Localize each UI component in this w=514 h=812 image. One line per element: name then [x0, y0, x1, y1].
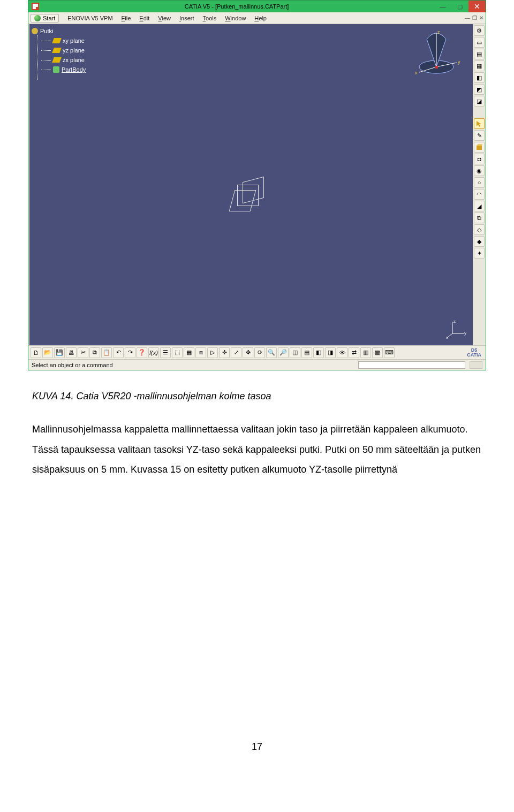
tool-icon[interactable]: ⩥ — [207, 347, 218, 358]
tool-icon[interactable]: ☰ — [160, 347, 171, 358]
shaft-icon[interactable]: ◉ — [474, 165, 485, 176]
svg-rect-4 — [435, 66, 438, 69]
part-icon — [32, 28, 38, 34]
axis-icon[interactable]: ✛ — [219, 347, 230, 358]
tree-xy-label: xy plane — [63, 37, 85, 44]
menubar: Start ENOVIA V5 VPM File Edit View Inser… — [28, 12, 486, 24]
tool-icon[interactable]: ◪ — [474, 96, 485, 107]
tool-icon[interactable]: ▤ — [474, 49, 485, 59]
tree-xy-plane[interactable]: xy plane — [41, 36, 86, 45]
minimize-button[interactable]: — — [434, 1, 451, 12]
left-toolbar-strip — [28, 24, 29, 345]
mdi-minimize-icon[interactable]: — — [465, 15, 470, 21]
undo-icon[interactable]: ↶ — [113, 347, 124, 358]
tool-icon[interactable]: ◩ — [474, 84, 485, 95]
normal-view-icon[interactable]: ◫ — [290, 347, 300, 358]
new-icon[interactable]: 🗋 — [31, 347, 41, 358]
multi-view-icon[interactable]: ▤ — [301, 347, 312, 358]
shading-icon[interactable]: ◨ — [325, 347, 336, 358]
page-number: 17 — [32, 737, 482, 757]
pan-icon[interactable]: ✥ — [243, 347, 253, 358]
gear-icon[interactable]: ⚙ — [474, 25, 485, 36]
tree-root[interactable]: Putki — [32, 26, 86, 36]
svg-text:y: y — [464, 331, 466, 336]
start-label: Start — [43, 15, 55, 21]
menu-enovia[interactable]: ENOVIA V5 VPM — [63, 15, 117, 21]
redo-icon[interactable]: ↷ — [125, 347, 135, 358]
statusbar: Select an object or a command — [28, 359, 486, 370]
window-title: CATIA V5 - [Putken_mallinnus.CATPart] — [39, 3, 434, 10]
whatsthis-icon[interactable]: ❓ — [137, 347, 147, 358]
svg-text:z: z — [453, 319, 456, 324]
formula-icon[interactable]: f(x) — [148, 347, 159, 358]
menu-view[interactable]: View — [154, 15, 175, 21]
tree-partbody[interactable]: PartBody — [41, 65, 86, 74]
cut-icon[interactable]: ✂ — [78, 347, 88, 358]
compass[interactable]: z y x — [411, 29, 464, 78]
tool-icon[interactable]: ⧈ — [195, 347, 206, 358]
tool-icon[interactable]: ⬚ — [172, 347, 183, 358]
svg-rect-11 — [477, 146, 482, 150]
fillet-icon[interactable]: ◠ — [474, 189, 485, 200]
tree-yz-plane[interactable]: yz plane — [41, 45, 86, 55]
maximize-button[interactable]: ▢ — [451, 1, 468, 12]
mdi-restore-icon[interactable]: ❐ — [472, 15, 477, 21]
rotate-icon[interactable]: ⟳ — [254, 347, 265, 358]
swap-icon[interactable]: ⇄ — [349, 347, 359, 358]
menu-edit[interactable]: Edit — [135, 15, 154, 21]
menu-window[interactable]: Window — [221, 15, 250, 21]
tree-partbody-label: PartBody — [62, 66, 86, 73]
menu-insert[interactable]: Insert — [175, 15, 199, 21]
compass-y-label: y — [458, 59, 460, 65]
tree-root-label: Putki — [40, 28, 53, 34]
specification-tree[interactable]: Putki xy plane yz plane zx plane PartBod — [32, 26, 86, 74]
document-body: KUVA 14. Catia V5R20 -mallinnusohjelman … — [0, 386, 514, 779]
tool-icon[interactable]: ▭ — [474, 37, 485, 48]
fit-all-icon[interactable]: ⤢ — [231, 347, 241, 358]
axis-triad: z y x — [446, 318, 467, 340]
tool-icon[interactable]: ◇ — [474, 224, 485, 235]
catia-logo: D5 CATIA — [465, 348, 483, 356]
mdi-window-controls: — ❐ ✕ — [465, 15, 486, 21]
origin-planes[interactable] — [232, 179, 269, 217]
arrow-cursor-icon[interactable] — [474, 118, 485, 129]
mirror-icon[interactable]: ⧉ — [474, 213, 485, 223]
hide-show-icon[interactable]: 👁 — [337, 347, 347, 358]
resize-grip[interactable] — [470, 361, 482, 369]
tool-icon[interactable]: ▥ — [360, 347, 371, 358]
paste-icon[interactable]: 📋 — [101, 347, 112, 358]
command-input[interactable] — [358, 361, 465, 369]
figure-caption: KUVA 14. Catia V5R20 -mallinnusohjelman … — [32, 386, 482, 407]
close-button[interactable]: ✕ — [468, 1, 486, 12]
tool-icon[interactable]: ◆ — [474, 236, 485, 247]
open-icon[interactable]: 📂 — [42, 347, 53, 358]
tool-icon[interactable]: ▦ — [184, 347, 194, 358]
menu-file[interactable]: File — [117, 15, 135, 21]
sketch-icon[interactable]: ✎ — [474, 130, 485, 141]
window-titlebar: CATIA V5 - [Putken_mallinnus.CATPart] — … — [28, 1, 486, 12]
compass-z-label: z — [437, 29, 440, 35]
mdi-close-icon[interactable]: ✕ — [479, 15, 483, 21]
iso-view-icon[interactable]: ◧ — [313, 347, 324, 358]
print-icon[interactable]: 🖶 — [66, 347, 77, 358]
bottom-toolbar: 🗋 📂 💾 🖶 ✂ ⧉ 📋 ↶ ↷ ❓ f(x) ☰ ⬚ ▦ ⧈ ⩥ ✛ ⤢ ✥… — [28, 345, 486, 359]
window-controls: — ▢ ✕ — [434, 1, 486, 12]
tool-icon[interactable]: ⌨ — [384, 347, 395, 358]
tool-icon[interactable]: ✦ — [474, 248, 485, 259]
pad-icon[interactable] — [474, 142, 485, 153]
save-icon[interactable]: 💾 — [54, 347, 65, 358]
copy-icon[interactable]: ⧉ — [89, 347, 100, 358]
tree-zx-plane[interactable]: zx plane — [41, 55, 86, 65]
zoom-in-icon[interactable]: 🔍 — [266, 347, 277, 358]
tool-icon[interactable]: ▩ — [372, 347, 383, 358]
menu-tools[interactable]: Tools — [199, 15, 221, 21]
menu-help[interactable]: Help — [250, 15, 271, 21]
viewport[interactable]: Putki xy plane yz plane zx plane PartBod — [28, 24, 486, 345]
tool-icon[interactable]: ◧ — [474, 72, 485, 83]
start-button[interactable]: Start — [31, 14, 59, 22]
chamfer-icon[interactable]: ◢ — [474, 201, 485, 211]
hole-icon[interactable]: ○ — [474, 177, 485, 188]
tool-icon[interactable]: ▦ — [474, 60, 485, 71]
pocket-icon[interactable]: ◘ — [474, 154, 485, 164]
zoom-out-icon[interactable]: 🔎 — [278, 347, 289, 358]
